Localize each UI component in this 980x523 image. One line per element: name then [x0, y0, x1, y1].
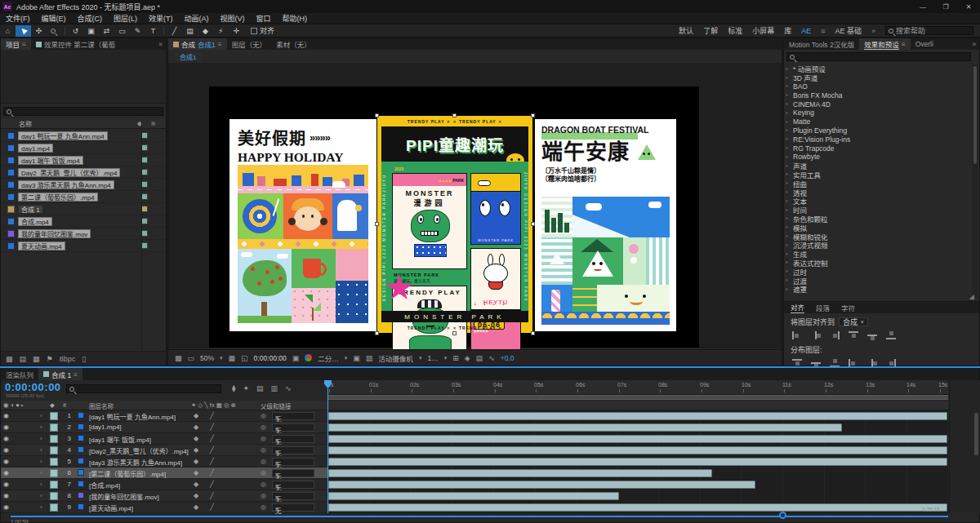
playhead-line[interactable]: [327, 380, 328, 513]
selection-handle[interactable]: [452, 331, 457, 335]
track-area[interactable]: [327, 410, 948, 513]
tab-motion-tools[interactable]: Motion Tools 2汉化版: [784, 38, 859, 50]
project-item-name[interactable]: 合成.mp4: [18, 217, 52, 226]
column-divider[interactable]: [141, 119, 142, 349]
menu-item[interactable]: 帮助(H): [277, 13, 314, 24]
item-label-checkbox[interactable]: [141, 157, 148, 163]
effects-category-row[interactable]: › 透视: [786, 188, 972, 197]
timeline-scrollbar[interactable]: [974, 413, 978, 455]
panel-menu-icon[interactable]: ≡: [218, 40, 222, 48]
menu-item[interactable]: 编辑(E): [36, 13, 72, 24]
region-of-interest-icon[interactable]: ▣: [353, 354, 360, 362]
timeline-search-input[interactable]: [66, 384, 221, 393]
eye-icon[interactable]: ◉: [3, 492, 9, 499]
tab-composition[interactable]: 合成 合成1 ≡: [168, 38, 227, 50]
chevron-right-icon[interactable]: ›: [40, 481, 42, 488]
pickwhip-icon[interactable]: ◎: [261, 492, 266, 499]
chevron-right-icon[interactable]: ›: [786, 162, 790, 170]
chevron-right-icon[interactable]: ›: [786, 180, 790, 187]
viewer-timecode[interactable]: 0:00:00:00: [254, 354, 287, 362]
tab-project[interactable]: 项目 ≡: [1, 38, 31, 50]
parent-select[interactable]: 无▾: [272, 435, 314, 443]
workspace-item[interactable]: 库: [784, 25, 791, 36]
chevron-right-icon[interactable]: ›: [786, 118, 790, 126]
panel-menu-icon[interactable]: ≡: [22, 40, 26, 48]
project-item-name[interactable]: 我的童年回忆图鉴.mov: [18, 229, 91, 238]
workspace-item[interactable]: 了解: [703, 25, 718, 36]
project-search-input[interactable]: [3, 107, 163, 116]
quality-switch-icon[interactable]: ◆: [194, 481, 198, 488]
effect-switch-icon[interactable]: ╱: [210, 469, 214, 476]
item-label-checkbox[interactable]: [141, 181, 148, 188]
tab-overlord[interactable]: Overli: [911, 38, 938, 50]
shape-tool-icon[interactable]: ▭: [114, 25, 130, 37]
tab-align[interactable]: 对齐: [791, 302, 804, 313]
layer-label-color[interactable]: [50, 481, 58, 489]
tab-paragraph[interactable]: 段落: [816, 303, 830, 312]
parent-select[interactable]: 无▾: [272, 423, 314, 432]
layer-duration-bar[interactable]: [328, 469, 712, 477]
layer-name[interactable]: [Day2_黑天鹅_雪儿（优秀）.mp4]: [89, 446, 189, 455]
pickwhip-icon[interactable]: ◎: [261, 423, 266, 431]
chevron-down-icon[interactable]: ▾: [345, 355, 348, 361]
roto-brush-tool-icon[interactable]: ⚡: [213, 25, 229, 37]
tab-effect-controls[interactable]: 效果控件 第二课（葡萄: [31, 38, 120, 50]
effects-category-row[interactable]: › 扭曲: [786, 179, 972, 188]
chevron-right-icon[interactable]: ›: [786, 82, 790, 90]
effects-category-row[interactable]: › Keying: [786, 109, 972, 117]
layer-duration-bar[interactable]: [328, 503, 947, 512]
layer-name-column[interactable]: 图层名称: [89, 401, 114, 410]
selection-handle[interactable]: [375, 113, 379, 117]
timeline-navigator[interactable]: [11, 516, 948, 517]
project-item-name[interactable]: 合成 1: [18, 205, 43, 214]
effect-switch-icon[interactable]: ╱: [210, 481, 214, 488]
chevron-right-icon[interactable]: ›: [40, 435, 42, 442]
pixel-aspect-icon[interactable]: ⊞: [452, 354, 459, 362]
align-center-horizontal-button[interactable]: [811, 331, 821, 339]
motion-blur-icon[interactable]: ∿: [285, 384, 292, 392]
transparency-grid-icon[interactable]: ▨: [366, 354, 373, 362]
stamp-tool-icon[interactable]: ▤: [182, 25, 198, 37]
magnification-icon[interactable]: ▭: [188, 354, 195, 362]
menu-item[interactable]: 动画(A): [179, 13, 215, 24]
effect-switch-icon[interactable]: ╱: [210, 412, 214, 419]
layer-label-color[interactable]: [50, 435, 58, 443]
grid-guides-icon[interactable]: ▦: [229, 354, 236, 362]
menu-item[interactable]: 效果(T): [143, 13, 179, 24]
workspace-item[interactable]: 标准: [728, 25, 742, 36]
layer-label-color[interactable]: [50, 503, 58, 512]
composition-viewport[interactable]: 美好假期 »»»» HAPPY HOLIDAY: [168, 63, 782, 348]
new-composition-icon[interactable]: ▦: [33, 355, 40, 363]
pickwhip-icon[interactable]: ◎: [261, 458, 266, 465]
align-target-select[interactable]: 合成 ▾: [839, 317, 868, 326]
layer-name[interactable]: [夏天动画.mp4]: [89, 503, 133, 512]
camera-tool-icon[interactable]: ▣: [83, 25, 99, 37]
quality-switch-icon[interactable]: ◆: [194, 458, 198, 465]
layer-label-color[interactable]: [50, 469, 58, 477]
layer-label-color[interactable]: [50, 492, 58, 500]
puppet-pin-tool-icon[interactable]: ✛: [229, 25, 244, 37]
chevron-right-icon[interactable]: ›: [786, 268, 790, 275]
effect-switch-icon[interactable]: ╱: [210, 435, 214, 442]
chevron-right-icon[interactable]: ›: [786, 215, 790, 222]
flowchart-icon[interactable]: ∿: [488, 354, 495, 362]
effects-category-row[interactable]: › 遮罩: [786, 285, 972, 294]
effects-category-row[interactable]: › CINEMA 4D: [786, 100, 972, 109]
effects-category-row[interactable]: › 过时: [786, 267, 972, 276]
parent-select[interactable]: 无▾: [272, 492, 314, 500]
effect-switch-icon[interactable]: ╱: [210, 458, 214, 465]
chevron-right-icon[interactable]: ›: [786, 286, 790, 293]
selection-handle[interactable]: [531, 331, 535, 335]
tab-effects-presets[interactable]: 效果和预设 ≡: [859, 38, 910, 50]
layer-name[interactable]: [第二课（葡萄乐园）.mp4]: [89, 469, 166, 478]
panel-focus-divider[interactable]: [0, 366, 980, 368]
view-layout-select[interactable]: 1…: [427, 354, 438, 362]
effect-switch-icon[interactable]: ╱: [210, 423, 214, 431]
chevron-right-icon[interactable]: ›: [786, 135, 790, 143]
project-item-name[interactable]: day1.mp4: [18, 144, 53, 153]
menu-item[interactable]: 合成(C): [72, 13, 109, 24]
navigator-handle[interactable]: [779, 512, 786, 519]
effects-category-row[interactable]: › 声道: [786, 162, 972, 171]
layer-name[interactable]: [合成.mp4]: [89, 481, 120, 490]
quality-switch-icon[interactable]: ◆: [194, 435, 198, 442]
